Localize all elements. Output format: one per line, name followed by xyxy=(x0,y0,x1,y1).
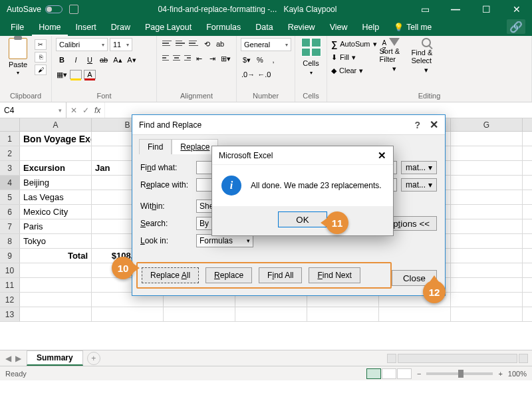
ribbon-options-icon[interactable]: ▭ xyxy=(410,0,440,19)
replace-format-button[interactable]: mat...▾ xyxy=(401,178,437,192)
callout-12: 12 xyxy=(423,281,446,303)
fill-color-button[interactable] xyxy=(70,70,82,79)
find-all-button[interactable]: Find All xyxy=(259,267,302,283)
italic-button[interactable]: I xyxy=(70,54,82,66)
sheet-tab[interactable]: Summary xyxy=(27,350,83,366)
col-header[interactable]: G xyxy=(451,118,523,131)
align-left-button[interactable] xyxy=(161,53,170,63)
tab-draw[interactable]: Draw xyxy=(104,20,137,36)
col-header[interactable]: A xyxy=(20,118,92,131)
find-select-button[interactable]: Find & Select▾ xyxy=(412,38,441,90)
tab-file[interactable]: File xyxy=(4,20,31,36)
maximize-button[interactable]: ☐ xyxy=(471,0,501,19)
tab-insert[interactable]: Insert xyxy=(69,20,103,36)
cell[interactable]: Mexico City xyxy=(20,205,92,219)
accounting-button[interactable]: $▾ xyxy=(241,54,253,66)
cells-icon xyxy=(301,38,321,57)
merge-button[interactable]: ⊞▾ xyxy=(220,53,232,65)
format-painter-button[interactable]: 🖌 xyxy=(35,65,47,75)
close-button[interactable]: ✕ xyxy=(501,0,532,19)
fx-icon[interactable]: fx xyxy=(94,106,100,115)
next-sheet-icon[interactable]: ▶ xyxy=(15,354,21,363)
cell[interactable]: Las Vegas xyxy=(20,190,92,204)
copy-button[interactable]: ⎘ xyxy=(35,52,47,63)
hscroll-track[interactable] xyxy=(398,354,517,363)
align-top-button[interactable] xyxy=(161,38,173,49)
zoom-slider[interactable] xyxy=(426,372,493,375)
font-size-combo[interactable]: 11▾ xyxy=(110,38,132,51)
tab-formulas[interactable]: Formulas xyxy=(200,20,247,36)
find-next-button[interactable]: Find Next xyxy=(309,267,360,283)
sort-filter-button[interactable]: AZ Sort & Filter▾ xyxy=(380,38,409,90)
page-layout-view-button[interactable] xyxy=(382,368,396,379)
replace-all-button[interactable]: Replace All xyxy=(142,267,199,283)
align-center-button[interactable] xyxy=(172,53,181,63)
prev-sheet-icon[interactable]: ◀ xyxy=(5,354,11,363)
cancel-formula-icon[interactable]: ✕ xyxy=(70,106,77,115)
tab-home[interactable]: Home xyxy=(32,20,67,36)
add-sheet-button[interactable]: + xyxy=(87,352,100,365)
scroll-right-button[interactable] xyxy=(519,354,528,363)
share-button[interactable]: 🔗 xyxy=(507,19,525,34)
cell[interactable]: Total xyxy=(20,249,92,263)
page-break-view-button[interactable] xyxy=(397,368,412,379)
tab-find[interactable]: Find xyxy=(139,139,172,154)
align-middle-button[interactable] xyxy=(174,38,186,49)
toggle-off-icon[interactable] xyxy=(45,5,63,13)
tab-help[interactable]: Help xyxy=(356,20,386,36)
find-format-button[interactable]: mat...▾ xyxy=(401,161,437,174)
lookin-select[interactable]: Formulas▾ xyxy=(196,234,253,247)
font-color-button[interactable]: A xyxy=(84,70,96,79)
align-right-button[interactable] xyxy=(183,53,192,63)
tell-me-search[interactable]: 💡 Tell me xyxy=(387,23,438,36)
scroll-left-button[interactable] xyxy=(387,354,396,363)
cell[interactable]: Tokyo xyxy=(20,234,92,248)
close-icon[interactable]: ✕ xyxy=(430,118,438,131)
align-bottom-button[interactable] xyxy=(188,38,200,49)
bold-button[interactable]: B xyxy=(56,54,68,66)
tab-data[interactable]: Data xyxy=(249,20,279,36)
tab-review[interactable]: Review xyxy=(281,20,322,36)
font-name-combo[interactable]: Calibri▾ xyxy=(56,38,108,51)
strike-button[interactable]: ab xyxy=(98,54,110,66)
ok-button[interactable]: OK xyxy=(278,211,327,227)
save-icon[interactable] xyxy=(69,5,78,14)
underline-button[interactable]: U xyxy=(84,54,96,66)
increase-indent-button[interactable]: ⇥ xyxy=(207,53,219,65)
shrink-font-button[interactable]: A▾ xyxy=(126,54,138,66)
cell[interactable]: Bon Voyage Excursio xyxy=(20,132,92,146)
cell[interactable]: Paris xyxy=(20,219,92,233)
zoom-out-button[interactable]: − xyxy=(417,370,421,378)
grow-font-button[interactable]: A▴ xyxy=(112,54,124,66)
tab-view[interactable]: View xyxy=(323,20,354,36)
tab-page-layout[interactable]: Page Layout xyxy=(138,20,198,36)
orientation-button[interactable]: ⟲ xyxy=(201,38,213,50)
help-button[interactable]: ? xyxy=(414,120,420,130)
decrease-indent-button[interactable]: ⇤ xyxy=(194,53,205,65)
percent-button[interactable]: % xyxy=(254,54,266,66)
clear-button[interactable]: ◆ Clear ▾ xyxy=(331,65,377,76)
cells-button[interactable]: Cells▾ xyxy=(299,38,323,90)
wrap-text-button[interactable]: ab xyxy=(214,38,226,50)
paste-button[interactable]: Paste▾ xyxy=(4,38,32,90)
decrease-decimal-button[interactable]: ←.0 xyxy=(257,68,271,80)
minimize-button[interactable]: — xyxy=(440,0,471,19)
comma-button[interactable]: , xyxy=(267,54,279,66)
enter-formula-icon[interactable]: ✓ xyxy=(82,106,89,115)
number-format-combo[interactable]: General▾ xyxy=(241,38,291,51)
cell[interactable]: Excursion xyxy=(20,161,92,175)
select-all-corner[interactable] xyxy=(0,118,20,131)
name-box[interactable]: C4▾ xyxy=(0,102,66,118)
increase-decimal-button[interactable]: .0→ xyxy=(241,68,255,80)
zoom-level[interactable]: 100% xyxy=(508,370,527,378)
normal-view-button[interactable] xyxy=(366,368,381,379)
cut-button[interactable]: ✂ xyxy=(35,39,47,50)
fill-button[interactable]: ⬇ Fill ▾ xyxy=(331,51,377,63)
replace-button[interactable]: Replace xyxy=(205,267,252,283)
close-icon[interactable]: ✕ xyxy=(378,150,386,162)
autosave-toggle[interactable]: AutoSave xyxy=(0,5,85,14)
cell[interactable]: Beijing xyxy=(20,176,92,190)
zoom-in-button[interactable]: + xyxy=(498,370,502,378)
borders-button[interactable]: ▦▾ xyxy=(56,68,68,80)
autosum-button[interactable]: ∑AutoSum ▾ xyxy=(331,38,377,50)
